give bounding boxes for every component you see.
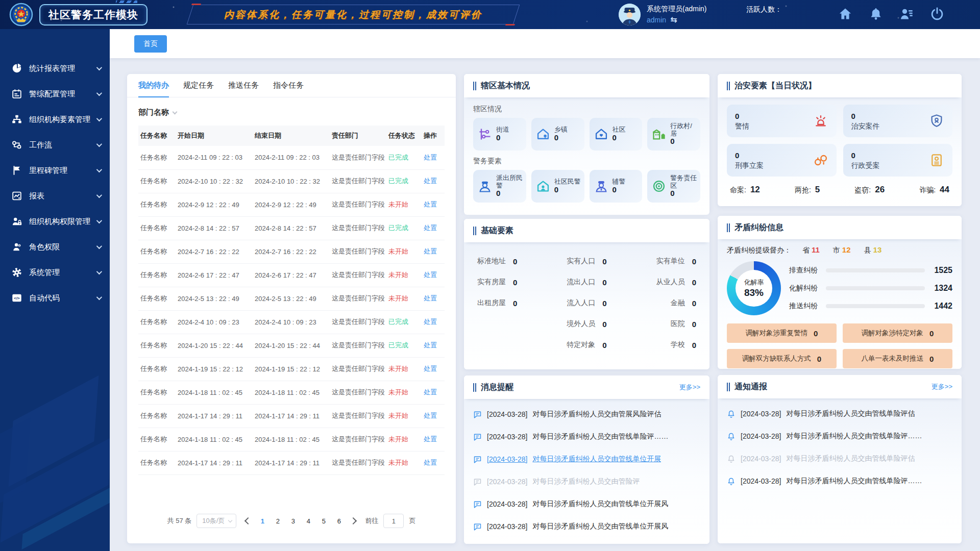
tab-home[interactable]: 首页 [134, 35, 167, 53]
app-logo: 社区警务工作模块 [9, 3, 148, 27]
notice-item[interactable]: [2024-03-28] 对每日涉矛盾纠纷人员交由管线单险评估 [727, 447, 952, 470]
dispute-pill-stat[interactable]: 调解对象涉重复警情 0 [727, 323, 837, 343]
task-action-link[interactable]: 处置 [424, 154, 437, 161]
stat-label: 从业人员 [656, 278, 685, 287]
sidebar-item-reports[interactable]: 报表 [0, 183, 110, 209]
user-cluster[interactable]: 系统管理员(admin) admin ⇆ [619, 4, 706, 26]
sidebar-item-police-config[interactable]: 警综配置管理 [0, 81, 110, 107]
avatar[interactable] [619, 4, 641, 26]
sidebar-item-label: 里程碑管理 [29, 166, 67, 176]
task-status: 未开始 [388, 271, 408, 279]
task-action-link[interactable]: 处置 [424, 435, 437, 443]
stat-card-street[interactable]: 街道0 [473, 118, 526, 151]
notice-item[interactable]: [2024-03-28] 对每日涉矛盾纠纷人员交由管线单险评…… [727, 425, 952, 447]
stat-card-alerts[interactable]: 0警情 [727, 105, 837, 137]
title-marker [473, 383, 476, 392]
sidebar-item-workflow[interactable]: 工作流 [0, 132, 110, 158]
message-item[interactable]: [2024-03-28] 对每日涉矛盾纠纷人员交由管展风险评估 [473, 403, 700, 425]
dispute-pill-stat[interactable]: 调解对象涉特定对象 0 [843, 323, 952, 343]
stat-card-police-zone[interactable]: 警务责任区0 [647, 170, 700, 203]
task-tab[interactable]: 规定任务 [183, 74, 214, 97]
dispute-pill-stat[interactable]: 八单一表未及时推送 0 [843, 349, 952, 368]
bell-icon [727, 410, 736, 418]
more-link[interactable]: 更多>> [679, 383, 700, 392]
task-action-link[interactable]: 处置 [424, 201, 437, 208]
total-count: 共 57 条 [167, 516, 192, 525]
notice-date: [2024-03-28] [741, 432, 781, 440]
more-link[interactable]: 更多>> [932, 382, 952, 391]
stat-card-village[interactable]: 行政村/居0 [647, 118, 700, 151]
jurisdiction-panel: 辖区基本情况 辖区情况 街道0 乡镇0 [464, 74, 709, 213]
task-tab[interactable]: 指令任务 [273, 74, 304, 97]
sidebar-item-role-permissions[interactable]: 角色权限 [0, 234, 110, 260]
sidebar-item-org-permissions[interactable]: 组织机构权限管理 [0, 209, 110, 234]
power-icon[interactable] [930, 7, 944, 21]
notice-item[interactable]: [2024-03-28] 对每日涉矛盾纠纷人员交由管线单险评…… [727, 470, 952, 492]
task-start-date: 2024-1-20 15 : 22 : 44 [176, 334, 253, 357]
message-item[interactable]: [2024-03-28] 对每日涉矛盾纠纷人员交由管险评 [473, 470, 700, 493]
basic-stat: 实有单位0 [656, 257, 696, 266]
task-action-link[interactable]: 处置 [424, 412, 437, 419]
case-stat: 诈骗: 44 [919, 185, 949, 195]
message-text: 对每日涉矛盾纠纷人员交由管线单位开展风 [532, 522, 668, 531]
page-size-select[interactable]: 10条/页 [197, 514, 236, 528]
task-start-date: 2024-2-4 10 : 09 : 23 [176, 310, 253, 334]
task-tab[interactable]: 推送任务 [228, 74, 259, 97]
stat-card-criminal-cases[interactable]: 0刑事立案 [727, 144, 837, 177]
page-number[interactable]: 4 [302, 514, 315, 528]
stat-card-community-police[interactable]: 社区民警0 [531, 170, 584, 203]
code-icon: </> [11, 292, 22, 304]
page-number[interactable]: 2 [271, 514, 284, 528]
task-action-link[interactable]: 处置 [424, 318, 437, 325]
stat-label: 街道 [496, 126, 509, 134]
stat-card-auxiliary-police[interactable]: 辅警0 [590, 170, 643, 203]
sidebar-item-org-elements[interactable]: 组织机构要素管理 [0, 107, 110, 132]
sidebar-item-milestones[interactable]: 里程碑管理 [0, 158, 110, 183]
dispute-bar: 排查纠纷 1525 [789, 266, 952, 275]
next-page-icon[interactable] [350, 517, 357, 524]
task-action-link[interactable]: 处置 [424, 177, 437, 185]
user-list-icon[interactable] [899, 7, 914, 21]
goto-page-input[interactable] [383, 514, 404, 528]
sidebar-item-auto-code[interactable]: </> 自动代码 [0, 285, 110, 311]
message-item[interactable]: [2024-03-28] 对每日涉矛盾纠纷人员交由管线单位开展风 [473, 515, 700, 538]
stat-card-public-security-cases[interactable]: 0治安案件 [843, 105, 953, 137]
message-item[interactable]: [2024-03-28] 对每日涉矛盾纠纷人员交由管线单位开展风 [473, 493, 700, 515]
task-action-link[interactable]: 处置 [424, 459, 437, 466]
stat-card-township[interactable]: 乡镇0 [531, 118, 584, 151]
prev-page-icon[interactable] [244, 517, 252, 524]
task-tab[interactable]: 我的待办 [138, 74, 169, 97]
switch-user-icon[interactable]: ⇆ [670, 14, 677, 26]
task-action-link[interactable]: 处置 [424, 365, 437, 372]
page-number[interactable]: 5 [317, 514, 330, 528]
stat-card-community[interactable]: 社区0 [590, 118, 643, 151]
stat-value: 0 [513, 257, 517, 266]
sidebar-item-statistical-reports[interactable]: 统计报表管理 [0, 56, 110, 81]
bell-icon[interactable] [869, 7, 883, 21]
stat-label: 学校 [671, 340, 685, 349]
task-action-link[interactable]: 处置 [424, 388, 437, 396]
dispute-pill-stat[interactable]: 调解双方缺联系人方式 0 [727, 349, 837, 368]
message-item[interactable]: [2024-03-28] 对每日涉矛盾纠纷人员交由管线单位开展 [473, 448, 700, 470]
task-action-link[interactable]: 处置 [424, 224, 437, 232]
task-action-link[interactable]: 处置 [424, 247, 437, 255]
task-name: 任务名称 [138, 240, 176, 263]
stat-value: 5 [815, 185, 820, 195]
task-action-link[interactable]: 处置 [424, 271, 437, 279]
dept-filter[interactable]: 部门名称 [127, 97, 456, 122]
task-action-link[interactable]: 处置 [424, 341, 437, 349]
notice-item[interactable]: [2024-03-28] 对每日涉矛盾纠纷人员交由管线单险评估 [727, 403, 952, 425]
task-name: 任务名称 [138, 381, 176, 404]
page-number[interactable]: 3 [286, 514, 300, 528]
sidebar-item-system-management[interactable]: 系统管理 [0, 260, 110, 285]
task-action-link[interactable]: 处置 [424, 294, 437, 302]
message-item[interactable]: [2024-03-28] 对每日涉矛盾纠纷人员交由管线单险评…… [473, 425, 700, 448]
stat-card-station-police[interactable]: 派出所民警0 [473, 170, 526, 203]
bar-track [826, 268, 925, 272]
page-number[interactable]: 1 [256, 514, 269, 528]
task-status: 未开始 [388, 294, 408, 302]
home-icon[interactable] [838, 7, 852, 21]
panel-title: 通知通报 [734, 382, 767, 392]
page-number[interactable]: 6 [332, 514, 346, 528]
stat-card-administrative-cases[interactable]: 0行政受案 [843, 144, 953, 177]
